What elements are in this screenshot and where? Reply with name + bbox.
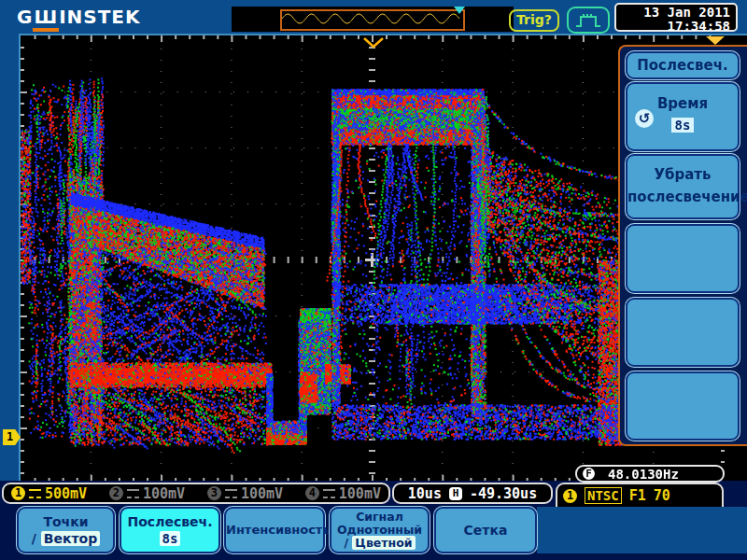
trigger-type-badge — [567, 7, 610, 34]
grid-button[interactable]: Сетка — [434, 507, 537, 553]
dc-coupling-icon — [225, 489, 237, 498]
channel-status-box: 1 500mV 2 100mV 3 100mV 4 100mV — [2, 483, 390, 504]
timebase-scale: 10us — [408, 485, 442, 502]
memory-waveform-icon — [282, 11, 459, 25]
intensity-label: Интенсивность — [226, 522, 323, 539]
logo-g: G — [17, 6, 33, 28]
memory-window-box[interactable] — [280, 9, 465, 31]
clear-persistence-button[interactable]: Убрать послесвечение — [626, 154, 740, 219]
trigger-level-marker[interactable] — [706, 36, 725, 45]
datetime-box: 13 Jan 2011 17:34:58 — [614, 3, 738, 32]
channel-3-scale: 100mV — [241, 485, 283, 502]
persistence-value: 8s — [160, 531, 181, 546]
channel-4-status: 4 100mV — [305, 485, 381, 502]
brand-logo: GШINSTEK — [17, 6, 141, 28]
menu-title-persistence: Послесвеч. — [626, 51, 740, 79]
mono-label: Однотонный — [331, 524, 428, 537]
trigger-source-badge: 1 — [563, 489, 577, 503]
color-value: Цветной — [352, 536, 415, 550]
persistence-label: Послесвеч. — [121, 513, 218, 530]
dc-coupling-icon — [323, 489, 335, 498]
dots-label: Точки — [19, 513, 113, 530]
grid-label: Сетка — [436, 522, 535, 539]
channel-3-status: 3 100mV — [207, 485, 283, 502]
channel-1-status: 1 500mV — [11, 485, 87, 502]
logo-instek: INSTEK — [59, 6, 140, 28]
intensity-button[interactable]: Интенсивность — [224, 507, 325, 553]
memory-cursor-icon — [454, 7, 465, 14]
persistence-button[interactable]: Послесвеч. 8s — [120, 507, 220, 553]
channel-1-scale: 500mV — [45, 485, 87, 502]
signal-mode-button[interactable]: Сигнал Однотонный / Цветной — [330, 507, 430, 553]
pulse-icon — [575, 12, 601, 29]
dots-vector-button[interactable]: Точки / Вектор — [17, 507, 115, 553]
timebase-box: 10us H -49.30us — [392, 483, 553, 504]
trigger-field: F1 — [629, 487, 646, 504]
knob-icon[interactable]: ↺ — [635, 109, 654, 128]
softkey-empty-2[interactable] — [626, 298, 740, 367]
slash-prefix: / — [344, 536, 348, 550]
frequency-readout: F 48.0130Hz — [575, 465, 725, 483]
channel-3-badge: 3 — [207, 486, 221, 500]
channel-4-badge: 4 — [305, 486, 319, 500]
channel-2-scale: 100mV — [143, 485, 185, 502]
clear-line1: Убрать — [627, 163, 738, 186]
trigger-standard: NTSC — [585, 487, 622, 504]
time-value: 8s — [671, 118, 695, 133]
date-text: 13 Jan 2011 — [616, 6, 730, 20]
oscilloscope-screen: GШINSTEK Trig? 13 Jan 2011 17:34:58 1 По… — [0, 0, 747, 560]
channel-2-status: 2 100mV — [109, 485, 185, 502]
slash-prefix: / — [32, 531, 36, 546]
frequency-value: 48.0130Hz — [608, 467, 679, 482]
signal-label: Сигнал — [331, 511, 428, 524]
bottom-right-background — [537, 507, 747, 553]
vector-value: Вектор — [41, 531, 100, 546]
channel-1-badge: 1 — [11, 486, 25, 500]
timebase-position: -49.30us — [470, 485, 537, 502]
softkey-empty-1[interactable] — [626, 224, 740, 293]
trigger-line: 70 — [654, 487, 670, 504]
dc-coupling-icon — [29, 489, 41, 498]
trigger-position-marker[interactable] — [362, 36, 385, 49]
channel-2-badge: 2 — [109, 486, 123, 500]
softkey-empty-3[interactable] — [626, 371, 740, 441]
frequency-icon: F — [583, 468, 595, 480]
side-menu: Послесвеч. ↺ Время 8s Убрать послесвечен… — [618, 45, 747, 446]
logo-w-glyph: Ш — [33, 6, 59, 32]
trigger-status-badge: Trig? — [509, 9, 559, 32]
clear-line2: послесвечение — [627, 186, 738, 208]
memory-bar — [232, 7, 514, 32]
horizontal-icon: H — [449, 487, 462, 500]
time-text: 17:34:58 — [616, 20, 730, 34]
persistence-time-button[interactable]: ↺ Время 8s — [626, 82, 740, 151]
dc-coupling-icon — [127, 489, 139, 498]
channel-4-scale: 100mV — [339, 485, 381, 502]
